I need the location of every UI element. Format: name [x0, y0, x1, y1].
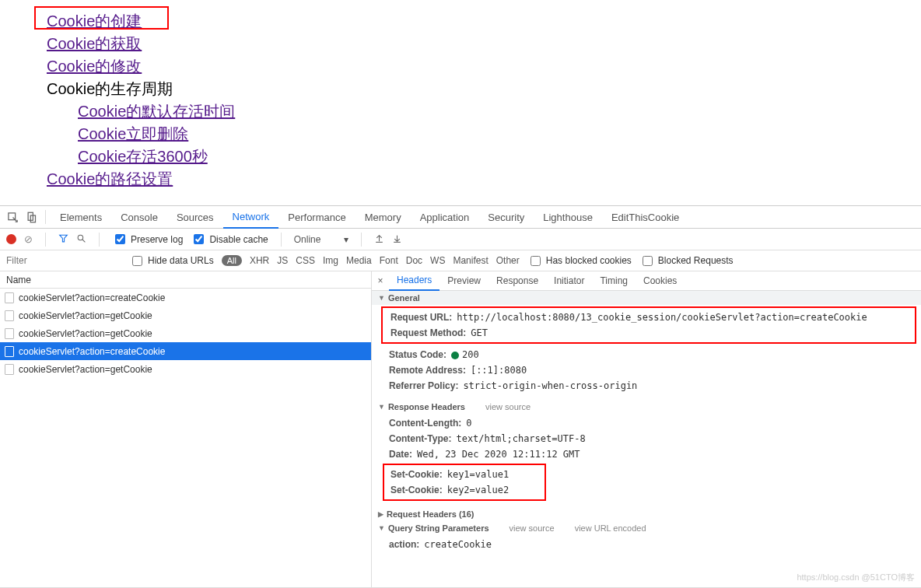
search-icon[interactable]: [76, 233, 86, 246]
separator: [45, 233, 46, 247]
filter-doc[interactable]: Doc: [406, 255, 422, 266]
link-cookie-live-3600[interactable]: Cookie存活3600秒: [78, 148, 208, 165]
throttling-select[interactable]: Online▾: [294, 234, 349, 245]
request-row[interactable]: cookieServlet?action=createCookie: [0, 289, 371, 306]
link-cookie-delete-now[interactable]: Cookie立即删除: [78, 125, 188, 142]
section-request-headers-header[interactable]: ▶Request Headers (16): [372, 507, 921, 521]
tab-response[interactable]: Response: [489, 271, 546, 291]
link-cookie-path[interactable]: Cookie的路径设置: [47, 170, 173, 187]
referrer-policy-key: Referrer Policy:: [389, 380, 458, 391]
section-request-headers-label: Request Headers (16): [387, 509, 475, 519]
blocked-requests-checkbox[interactable]: Blocked Requests: [639, 254, 734, 268]
query-action-key: action:: [389, 539, 419, 550]
filter-xhr[interactable]: XHR: [250, 255, 269, 266]
status-code-key: Status Code:: [389, 349, 446, 360]
filter-ws[interactable]: WS: [430, 255, 445, 266]
request-row[interactable]: cookieServlet?action=getCookie: [0, 324, 371, 342]
filter-input[interactable]: [5, 254, 121, 267]
tab-elements[interactable]: Elements: [51, 205, 111, 229]
preserve-log-checkbox[interactable]: Preserve log: [112, 232, 183, 247]
request-name: cookieServlet?action=getCookie: [19, 364, 152, 375]
request-name: cookieServlet?action=createCookie: [19, 292, 165, 303]
blocked-requests-label: Blocked Requests: [658, 255, 734, 266]
request-name: cookieServlet?action=getCookie: [19, 310, 152, 321]
content-length-value: 0: [466, 418, 471, 429]
tab-initiator[interactable]: Initiator: [546, 271, 592, 291]
separator: [45, 210, 46, 224]
filter-img[interactable]: Img: [323, 255, 338, 266]
filter-css[interactable]: CSS: [296, 255, 315, 266]
request-url-value: http://localhost:8080/13_cookie_session/…: [457, 312, 867, 323]
filter-all[interactable]: All: [222, 255, 242, 266]
request-row[interactable]: cookieServlet?action=getCookie: [0, 360, 371, 378]
tab-network[interactable]: Network: [223, 205, 279, 229]
date-value: Wed, 23 Dec 2020 12:11:12 GMT: [417, 449, 580, 460]
triangle-down-icon: ▼: [378, 524, 385, 532]
tab-sources[interactable]: Sources: [167, 205, 223, 229]
filter-font[interactable]: Font: [380, 255, 398, 266]
section-response-headers-body: Content-Length:0 Content-Type:text/html;…: [372, 414, 921, 507]
section-response-headers-header[interactable]: ▼Response Headersview source: [372, 400, 921, 414]
remote-address-key: Remote Address:: [389, 365, 466, 376]
close-icon[interactable]: ×: [372, 275, 389, 286]
tab-preview[interactable]: Preview: [439, 271, 489, 291]
network-filter-bar: Hide data URLs All XHR JS CSS Img Media …: [0, 250, 921, 271]
set-cookie-value: key1=value1: [447, 469, 509, 480]
request-row[interactable]: cookieServlet?action=getCookie: [0, 306, 371, 324]
network-toolbar: ⊘ Preserve log Disable cache Online▾: [0, 229, 921, 250]
view-source-link[interactable]: view source: [510, 523, 555, 533]
tab-security[interactable]: Security: [478, 205, 534, 229]
link-cookie-modify[interactable]: Cookie的修改: [47, 58, 142, 75]
section-response-headers-label: Response Headers: [388, 402, 465, 411]
tab-application[interactable]: Application: [411, 205, 479, 229]
tab-lighthouse[interactable]: Lighthouse: [534, 205, 602, 229]
download-har-icon[interactable]: [392, 233, 402, 246]
inspect-icon[interactable]: [3, 212, 22, 223]
link-cookie-default-life[interactable]: Cookie的默认存活时间: [78, 103, 235, 120]
view-source-link[interactable]: view source: [485, 402, 531, 411]
section-query-string-label: Query String Parameters: [388, 523, 489, 533]
tab-performance[interactable]: Performance: [278, 205, 355, 229]
filter-media[interactable]: Media: [346, 255, 372, 266]
tab-cookies[interactable]: Cookies: [636, 271, 685, 291]
chevron-down-icon: ▾: [344, 234, 348, 245]
section-query-string-body: action:createCookie: [372, 535, 921, 558]
upload-har-icon[interactable]: [374, 233, 384, 246]
hide-data-urls-checkbox[interactable]: Hide data URLs: [129, 254, 214, 268]
record-button[interactable]: [6, 234, 16, 244]
filter-other[interactable]: Other: [496, 255, 520, 266]
tab-headers[interactable]: Headers: [389, 271, 439, 291]
svg-marker-3: [60, 235, 68, 242]
request-name: cookieServlet?action=createCookie: [19, 346, 165, 357]
tab-console[interactable]: Console: [111, 205, 167, 229]
request-detail-panel: × Headers Preview Response Initiator Tim…: [372, 271, 921, 587]
section-general-header[interactable]: ▼General: [372, 291, 921, 305]
set-cookie-value: key2=value2: [447, 485, 509, 495]
name-column-header[interactable]: Name: [0, 271, 371, 289]
set-cookie-key: Set-Cookie:: [390, 485, 443, 495]
set-cookie-key: Set-Cookie:: [390, 469, 443, 480]
device-toggle-icon[interactable]: [22, 212, 40, 223]
file-icon: [5, 364, 14, 375]
devtools-tab-bar: Elements Console Sources Network Perform…: [0, 205, 921, 229]
disable-cache-checkbox[interactable]: Disable cache: [191, 232, 268, 247]
filter-js[interactable]: JS: [277, 255, 288, 266]
tab-memory[interactable]: Memory: [355, 205, 411, 229]
file-icon: [5, 292, 14, 303]
has-blocked-cookies-checkbox[interactable]: Has blocked cookies: [527, 254, 632, 268]
filter-toggle-icon[interactable]: [58, 233, 68, 246]
tab-editthiscookie[interactable]: EditThisCookie: [602, 205, 688, 229]
clear-icon[interactable]: ⊘: [24, 233, 33, 245]
tab-timing[interactable]: Timing: [592, 271, 636, 291]
request-row-selected[interactable]: cookieServlet?action=createCookie: [0, 342, 371, 360]
view-url-encoded-link[interactable]: view URL encoded: [575, 523, 646, 533]
filter-manifest[interactable]: Manifest: [453, 255, 488, 266]
file-icon: [5, 310, 14, 321]
link-cookie-get[interactable]: Cookie的获取: [47, 35, 142, 52]
section-query-string-header[interactable]: ▼Query String Parametersview sourceview …: [372, 521, 921, 535]
detail-tab-bar: × Headers Preview Response Initiator Tim…: [372, 271, 921, 291]
highlight-box-request: Request URL:http://localhost:8080/13_coo…: [381, 306, 916, 344]
file-icon: [5, 328, 14, 339]
highlight-box-create: [34, 6, 169, 30]
date-key: Date:: [389, 449, 412, 460]
